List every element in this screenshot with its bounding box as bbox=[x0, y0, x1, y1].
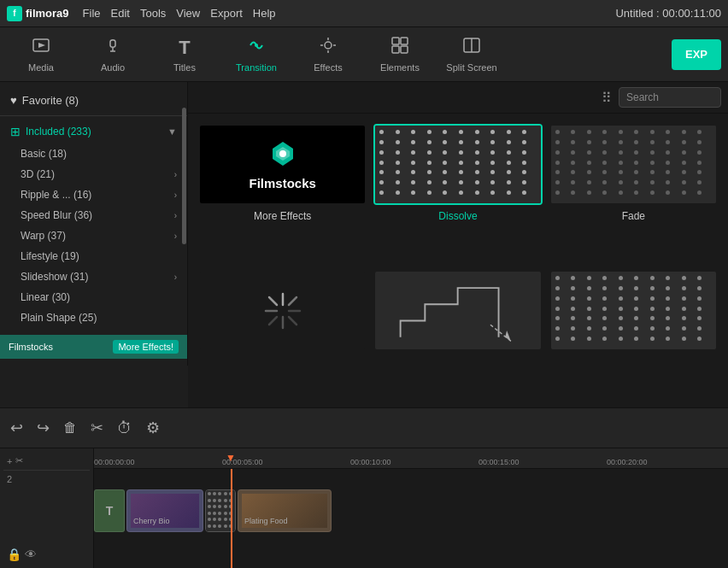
sidebar-item-lifestyle[interactable]: Lifestyle (19) bbox=[0, 246, 187, 266]
more-effects-btn[interactable]: More Effects! bbox=[113, 340, 179, 354]
clip-cherry-bio[interactable]: Cherry Bio bbox=[126, 489, 203, 532]
playhead[interactable] bbox=[231, 469, 232, 568]
clip-plating-label: Plating Food bbox=[244, 517, 325, 525]
sidebar-section-header[interactable]: ⊞ Included (233) ▼ bbox=[0, 120, 187, 143]
filmstocks-preview: Filmstocks bbox=[200, 126, 365, 203]
toolbar-audio[interactable]: Audio bbox=[79, 30, 147, 79]
elements-icon bbox=[390, 36, 409, 59]
menu-tools[interactable]: Tools bbox=[140, 7, 166, 20]
spinner-preview bbox=[200, 272, 365, 349]
filmstocks-bottom-bar[interactable]: Filmstocks More Effects! bbox=[0, 335, 187, 359]
effect-card-fade[interactable]: Fade bbox=[549, 124, 718, 263]
sidebar-item-ripple[interactable]: Ripple & ... (16) › bbox=[0, 184, 187, 205]
toolbar-split-screen-label: Split Screen bbox=[446, 62, 496, 73]
main-area: ♥ Favorite (8) ⊞ Included (233) ▼ Basic … bbox=[0, 82, 728, 407]
sidebar-item-lifestyle-label: Lifestyle (19) bbox=[21, 250, 79, 262]
effect-thumb-spinner bbox=[198, 270, 367, 351]
effect-card-more-effects[interactable]: Filmstocks More Effects bbox=[198, 124, 367, 263]
toolbar-effects-label: Effects bbox=[314, 62, 342, 73]
svg-point-17 bbox=[279, 150, 286, 157]
app-logo: f filmora9 bbox=[7, 6, 69, 21]
undo-button[interactable]: ↩ bbox=[10, 419, 23, 437]
svg-point-3 bbox=[255, 44, 258, 47]
timeline-tracks: T Cherry Bio Plating Food bbox=[94, 469, 728, 568]
toolbar-media-label: Media bbox=[28, 62, 54, 73]
toolbar-media[interactable]: Media bbox=[7, 30, 75, 79]
settings-button[interactable]: ⚙ bbox=[146, 419, 160, 437]
clip-cherry-label: Cherry Bio bbox=[133, 517, 197, 525]
effect-card-spinner[interactable] bbox=[198, 270, 367, 397]
svg-rect-11 bbox=[392, 46, 399, 53]
add-track-icon[interactable]: + bbox=[7, 456, 12, 466]
svg-point-4 bbox=[325, 42, 332, 49]
content-toolbar: ⠿ bbox=[188, 82, 728, 114]
ruler-mark-3: 00:00:15:00 bbox=[478, 448, 520, 468]
timeline: + ✂ 2 🔒 👁 00:00:00:00 00:00:05:00 00:00:… bbox=[0, 448, 728, 568]
ruler-text-2: 00:00:10:00 bbox=[350, 458, 391, 466]
effect-label-dissolve: Dissolve bbox=[438, 210, 477, 222]
sidebar-item-basic[interactable]: Basic (18) bbox=[0, 143, 187, 164]
effect-card-dots2[interactable] bbox=[549, 270, 718, 397]
sidebar-item-slideshow-label: Slideshow (31) bbox=[21, 271, 88, 283]
toolbar: Media Audio T Titles Transition Effects … bbox=[0, 27, 728, 82]
menu-help[interactable]: Help bbox=[253, 7, 276, 20]
scissors-icon[interactable]: ✂ bbox=[15, 455, 23, 466]
ruler-mark-2: 00:00:10:00 bbox=[350, 448, 391, 468]
effects-icon bbox=[319, 36, 338, 59]
chevron-right-icon-3: › bbox=[174, 211, 177, 220]
media-icon bbox=[32, 36, 50, 59]
effect-card-stairs[interactable] bbox=[373, 270, 542, 397]
history-button[interactable]: ⏱ bbox=[117, 419, 132, 437]
ruler-mark-4: 00:00:20:00 bbox=[607, 448, 648, 468]
clip-text-t[interactable]: T bbox=[94, 489, 125, 532]
toolbar-elements[interactable]: Elements bbox=[366, 30, 434, 79]
sidebar-item-ripple-label: Ripple & ... (16) bbox=[21, 189, 91, 201]
track-number-display: 2 bbox=[3, 471, 90, 488]
grid-view-icon[interactable]: ⠿ bbox=[602, 90, 612, 106]
chevron-right-icon-2: › bbox=[174, 190, 177, 200]
sidebar-item-plain-shape[interactable]: Plain Shape (25) bbox=[0, 307, 187, 328]
favorite-label: Favorite (8) bbox=[22, 94, 79, 107]
effect-card-dissolve[interactable]: Dissolve bbox=[373, 124, 542, 263]
menu-file[interactable]: File bbox=[83, 7, 101, 20]
svg-line-24 bbox=[289, 297, 296, 305]
menu-export[interactable]: Export bbox=[210, 7, 243, 20]
effect-thumb-stairs bbox=[373, 270, 542, 351]
sidebar-item-3d[interactable]: 3D (21) › bbox=[0, 164, 187, 184]
sidebar-item-linear[interactable]: Linear (30) bbox=[0, 287, 187, 307]
sidebar-container: ♥ Favorite (8) ⊞ Included (233) ▼ Basic … bbox=[0, 82, 188, 407]
sidebar-item-warp[interactable]: Warp (37) › bbox=[0, 225, 187, 246]
cut-button[interactable]: ✂ bbox=[91, 419, 103, 437]
effects-grid: Filmstocks More Effects Dissolve bbox=[188, 114, 728, 407]
toolbar-split-screen[interactable]: Split Screen bbox=[437, 30, 506, 79]
svg-line-25 bbox=[269, 317, 277, 325]
sidebar-item-speed-blur[interactable]: Speed Blur (36) › bbox=[0, 205, 187, 225]
favorite-icon: ♥ bbox=[10, 94, 17, 107]
toolbar-effects[interactable]: Effects bbox=[294, 30, 362, 79]
menu-view[interactable]: View bbox=[176, 7, 200, 20]
sidebar-section-label: Included (233) bbox=[26, 126, 91, 138]
menu-edit[interactable]: Edit bbox=[111, 7, 130, 20]
lock-icon[interactable]: 🔒 bbox=[7, 548, 21, 561]
toolbar-transition[interactable]: Transition bbox=[222, 30, 291, 79]
stairs-preview bbox=[375, 272, 540, 349]
redo-button[interactable]: ↪ bbox=[37, 419, 50, 437]
delete-button[interactable]: 🗑 bbox=[63, 420, 77, 436]
eye-icon[interactable]: 👁 bbox=[25, 548, 37, 561]
app-name: filmora9 bbox=[26, 7, 69, 20]
sidebar-item-3d-label: 3D (21) bbox=[21, 168, 55, 180]
timeline-ruler: 00:00:00:00 00:00:05:00 00:00:10:00 00:0… bbox=[94, 448, 728, 469]
sidebar-item-warp-label: Warp (37) bbox=[21, 230, 66, 242]
sidebar-item-basic-label: Basic (18) bbox=[21, 148, 67, 160]
chevron-right-icon-4: › bbox=[174, 231, 177, 241]
sidebar-item-slideshow[interactable]: Slideshow (31) › bbox=[0, 266, 187, 287]
timeline-controls: ↩ ↪ 🗑 ✂ ⏱ ⚙ bbox=[0, 407, 728, 448]
toolbar-titles[interactable]: T Titles bbox=[150, 30, 219, 79]
clip-plating-food[interactable]: Plating Food bbox=[238, 489, 332, 532]
export-button[interactable]: EXP bbox=[672, 39, 721, 70]
search-input[interactable] bbox=[619, 87, 721, 108]
timeline-main: 00:00:00:00 00:00:05:00 00:00:10:00 00:0… bbox=[94, 448, 728, 568]
dissolve-pattern bbox=[375, 126, 540, 203]
sidebar-scrollbar[interactable] bbox=[182, 108, 186, 244]
sidebar-favorite[interactable]: ♥ Favorite (8) bbox=[0, 89, 187, 112]
